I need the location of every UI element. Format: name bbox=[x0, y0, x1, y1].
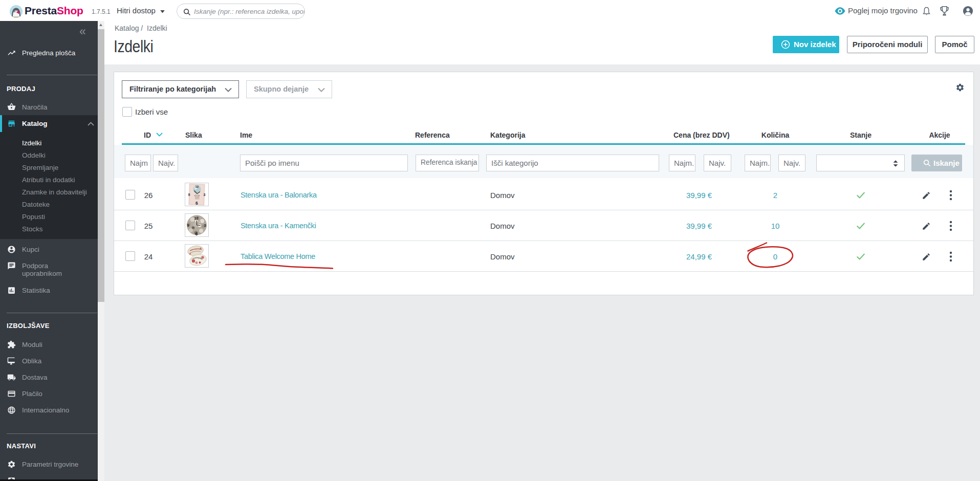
svg-text:12: 12 bbox=[195, 185, 199, 188]
svg-text:12: 12 bbox=[194, 216, 199, 220]
svg-text:9: 9 bbox=[188, 193, 190, 196]
svg-text:6: 6 bbox=[195, 231, 198, 236]
svg-text:9: 9 bbox=[187, 223, 189, 228]
svg-text:3: 3 bbox=[204, 193, 206, 196]
svg-text:6: 6 bbox=[195, 201, 198, 206]
svg-text:3: 3 bbox=[204, 223, 206, 228]
